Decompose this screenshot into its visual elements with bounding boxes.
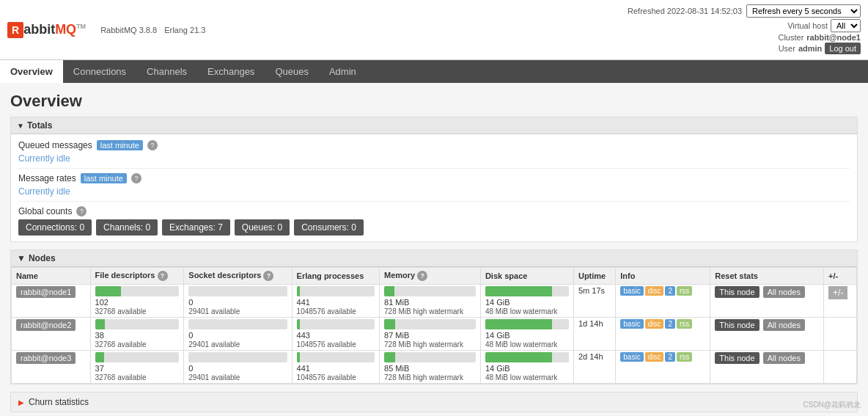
last-minute-badge-2: last minute [81,173,127,183]
disk-cell: 14 GiB 48 MiB low watermark [480,318,573,351]
fd-value: 102 [95,298,108,307]
nav-overview[interactable]: Overview [0,60,63,83]
node-name-button[interactable]: rabbit@node3 [16,352,76,364]
totals-label: Totals [27,120,52,131]
currently-idle-1: Currently idle [18,153,850,164]
message-rates-row: Message rates last minute ? [18,173,850,183]
col-disk: Disk space [480,268,573,285]
virtual-host-select[interactable]: All [831,19,861,32]
collapsible-section: ▶ Churn statistics [10,392,858,412]
global-counts-label: Global counts [18,206,72,216]
col-sock: Socket descriptors ? [184,268,292,285]
num-tag: 2 [665,352,675,362]
refresh-row: Refreshed 2022-08-31 14:52:03 Refresh ev… [628,4,861,18]
queues-count-button[interactable]: Queues: 0 [235,219,290,236]
disk-cell: 14 GiB 48 MiB low watermark [480,351,573,384]
nav-queues[interactable]: Queues [265,60,319,83]
erlang-value: 443 [297,331,310,340]
sock-available: 29401 available [188,307,240,315]
virtual-host-label: Virtual host [787,21,828,30]
fd-help[interactable]: ? [158,271,168,281]
version-erlang: Erlang 21.3 [164,26,205,34]
queued-messages-label: Queued messages [18,140,92,150]
consumers-count-button[interactable]: Consumers: 0 [294,219,364,236]
sock-value: 0 [188,298,193,307]
sock-progress [188,319,287,329]
rss-tag: rss [677,319,692,329]
node-name-button[interactable]: rabbit@node1 [16,286,76,298]
node-name-button[interactable]: rabbit@node2 [16,319,76,331]
disk-value: 14 GiB [485,364,510,373]
collapsible-label-0: Churn statistics [29,397,89,407]
message-rates-label: Message rates [18,173,76,183]
queued-messages-help[interactable]: ? [147,140,158,150]
rss-tag: rss [677,286,692,296]
rabbitmq-logo-icon: R [7,22,23,38]
queued-messages-row: Queued messages last minute ? [18,140,850,150]
disk-progress [485,352,569,362]
totals-content: Queued messages last minute ? Currently … [11,134,857,241]
page-title: Overview [10,92,858,111]
memory-progress [384,352,476,362]
fd-progress [95,319,180,329]
erlang-cell: 443 1048576 available [292,318,379,351]
refresh-select[interactable]: Refresh every 5 seconds Refresh every 10… [746,4,861,18]
totals-arrow: ▼ [17,122,24,130]
this-node-button[interactable]: This node [715,352,759,364]
nav-admin[interactable]: Admin [319,60,367,83]
global-counts-help[interactable]: ? [76,206,87,216]
erlang-available: 1048576 available [297,307,356,315]
logout-button[interactable]: Log out [825,43,861,54]
nav-exchanges[interactable]: Exchanges [197,60,265,83]
all-nodes-button[interactable]: All nodes [763,352,805,364]
totals-section-header[interactable]: ▼ Totals [11,117,857,134]
info-cell: basicdisc2rss [616,351,710,384]
memory-watermark: 728 MiB high watermark [384,307,463,315]
nav-channels[interactable]: Channels [136,60,197,83]
disk-watermark: 48 MiB low watermark [485,340,557,349]
collapsible-section-header-0[interactable]: ▶ Churn statistics [11,393,857,412]
node-name-cell: rabbit@node2 [12,318,91,351]
collapsible-sections: ▶ Churn statistics ▶ Ports and contexts … [10,392,858,416]
erlang-available: 1048576 available [297,340,356,349]
user-row: User admin Log out [628,43,861,54]
exchanges-count-button[interactable]: Exchanges: 7 [162,219,230,236]
plusminus-button[interactable]: +/- [828,286,847,299]
totals-section: ▼ Totals Queued messages last minute ? C… [10,117,858,242]
num-tag: 2 [665,319,675,329]
channels-count-button[interactable]: Channels: 0 [96,219,158,236]
memory-help[interactable]: ? [417,271,427,281]
sock-cell: 0 29401 available [184,318,292,351]
memory-value: 87 MiB [384,331,409,340]
sock-progress [188,352,287,362]
memory-value: 81 MiB [384,298,409,307]
erlang-progress [297,352,375,362]
nodes-section-header[interactable]: ▼ Nodes [11,250,857,267]
connections-count-button[interactable]: Connections: 0 [18,219,92,236]
global-counts-buttons: Connections: 0 Channels: 0 Exchanges: 7 … [18,219,850,236]
all-nodes-button[interactable]: All nodes [763,319,805,331]
col-memory: Memory ? [380,268,481,285]
reset-stats-cell: This node All nodes [710,318,824,351]
nodes-arrow: ▼ [17,253,26,263]
memory-progress [384,286,476,296]
logo-area: R abbitMQTM [7,22,86,38]
this-node-button[interactable]: This node [715,286,759,298]
memory-cell: 87 MiB 728 MiB high watermark [380,318,481,351]
fd-progress [95,286,180,296]
uptime-value: 2d 14h [578,352,603,361]
nav-connections[interactable]: Connections [63,60,136,83]
global-counts-row: Global counts ? [18,206,850,216]
message-rates-help[interactable]: ? [131,173,141,183]
sock-progress [188,286,287,296]
nav-bar: Overview Connections Channels Exchanges … [0,60,868,83]
sock-available: 29401 available [188,340,240,349]
all-nodes-button[interactable]: All nodes [763,286,805,298]
cluster-value: rabbit@node1 [806,33,861,42]
memory-watermark: 728 MiB high watermark [384,373,463,382]
disk-progress [485,319,569,329]
this-node-button[interactable]: This node [715,319,759,331]
erlang-available: 1048576 available [297,373,356,382]
sock-help[interactable]: ? [263,271,273,281]
node-name-cell: rabbit@node1 [12,285,91,318]
